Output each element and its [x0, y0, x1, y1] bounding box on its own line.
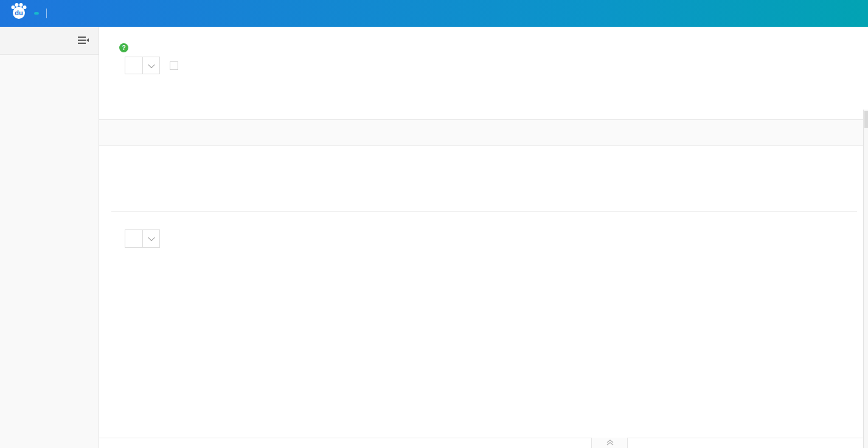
scrollbar-thumb[interactable]	[864, 111, 868, 128]
date-range-value	[125, 57, 142, 74]
logo-separator	[46, 9, 47, 18]
tab-band	[99, 119, 863, 146]
donut-chart	[140, 262, 322, 402]
scrollbar-track[interactable]	[863, 110, 868, 448]
stats-row	[111, 159, 863, 208]
page-title-row: ?	[111, 40, 128, 55]
baidu-tongji-logo[interactable]: du	[9, 0, 53, 27]
device-visitor-filter-row	[111, 81, 137, 99]
chevron-down-icon	[148, 234, 155, 241]
collapse-menu-icon[interactable]	[78, 36, 89, 47]
double-chevron-up-icon	[592, 438, 628, 447]
sidebar-header	[0, 27, 99, 55]
collapse-panel-button[interactable]	[591, 438, 628, 448]
stats-divider	[111, 211, 857, 212]
date-range-dropdown[interactable]	[142, 57, 159, 74]
bottom-divider	[99, 438, 868, 438]
baidu-analytics-page: du ?	[0, 0, 868, 448]
compare-checkbox[interactable]	[170, 61, 178, 70]
time-filter-row	[111, 57, 182, 74]
date-range-picker[interactable]	[125, 57, 160, 74]
baidu-paw-icon: du	[10, 2, 28, 22]
svg-text:du: du	[15, 9, 23, 16]
metric-selector[interactable]	[125, 229, 160, 248]
line-chart	[432, 264, 868, 422]
version-badge	[34, 12, 39, 15]
title-help-icon[interactable]: ?	[119, 43, 128, 52]
chevron-down-icon	[148, 61, 155, 68]
metric-selector-text	[125, 230, 142, 247]
metric-selector-dropdown[interactable]	[142, 230, 159, 247]
top-navbar: du	[0, 0, 868, 27]
sidebar	[0, 27, 99, 448]
compare-period-checkbox-row[interactable]	[170, 61, 182, 70]
